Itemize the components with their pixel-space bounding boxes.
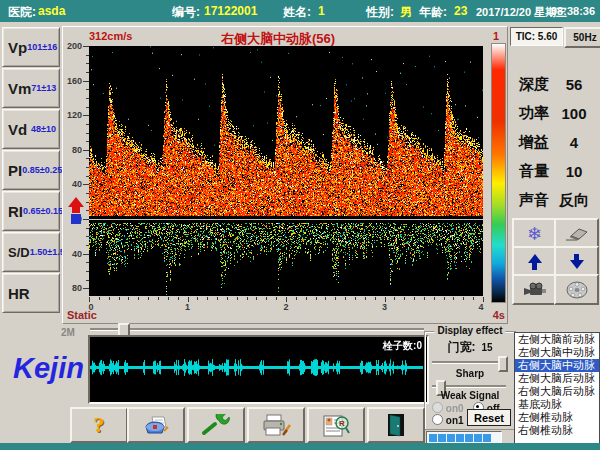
baseline-square-icon xyxy=(71,214,81,224)
help-button[interactable]: ? xyxy=(70,407,128,443)
scroll-up-button[interactable] xyxy=(512,246,557,277)
param-sd[interactable]: S/D 1.50±1.50 xyxy=(2,232,60,272)
emboli-count-label: 栓子数:0 xyxy=(383,339,422,353)
status-label: Static xyxy=(67,309,97,321)
duration-label: 4s xyxy=(493,309,505,321)
artery-item[interactable]: 左侧大脑前动脉 xyxy=(515,333,599,346)
patient-name-label: 姓名: xyxy=(283,4,311,21)
x-tick xyxy=(365,297,366,300)
x-tick xyxy=(266,297,267,300)
radio-on1[interactable]: on1 xyxy=(432,414,464,426)
baseline-arrow-stem xyxy=(72,207,80,213)
progress-segment xyxy=(483,434,491,442)
report-button[interactable]: R xyxy=(307,407,365,443)
x-tick xyxy=(148,297,149,300)
replay-button[interactable] xyxy=(554,274,599,305)
param-sd-label: S/D xyxy=(8,245,30,260)
artery-item[interactable]: 右侧椎动脉 xyxy=(515,424,599,437)
gender-value: 男 xyxy=(400,4,412,21)
radio-on0-icon xyxy=(432,402,443,413)
save-case-icon xyxy=(142,413,170,437)
depth-value: 56 xyxy=(554,76,594,93)
frequency-button[interactable]: 50Hz xyxy=(564,27,600,48)
erase-button[interactable] xyxy=(554,218,599,249)
x-tick xyxy=(128,297,129,300)
display-effect-panel: Display effect 门宽:15 Sharp Weak Signal o… xyxy=(424,331,516,430)
param-vm[interactable]: Vm 71±13 xyxy=(2,68,60,108)
time-text: 08:38:36 xyxy=(551,5,595,17)
artery-item[interactable]: 左侧大脑中动脉 xyxy=(515,346,599,359)
age-label: 年龄: xyxy=(419,4,447,21)
x-axis: 0 1 2 3 4 xyxy=(89,297,483,313)
x-tick xyxy=(276,297,277,300)
x-tick xyxy=(316,297,317,300)
param-ri[interactable]: RI 0.65±0.15 xyxy=(2,191,60,231)
volume-row: 音量 10 xyxy=(508,157,598,185)
progress-segment xyxy=(465,434,473,442)
artery-item-selected[interactable]: 右侧大脑中动脉 xyxy=(515,359,599,372)
gate-width-slider[interactable] xyxy=(432,361,506,364)
x-tick-label: 4 xyxy=(478,302,483,312)
x-tick xyxy=(197,297,198,300)
y-tick-label: 200 xyxy=(62,41,82,51)
artery-item[interactable]: 右侧大脑后动脉 xyxy=(515,385,599,398)
sharp-slider[interactable] xyxy=(432,385,506,388)
x-tick xyxy=(394,297,395,300)
record-button[interactable] xyxy=(512,274,557,305)
param-vp[interactable]: Vp 101±16 xyxy=(2,27,60,67)
doppler-spectrum-display xyxy=(89,46,483,296)
display-effect-title: Display effect xyxy=(434,325,505,336)
gain-value: 4 xyxy=(554,134,594,151)
y-tick-label: 160 xyxy=(62,76,82,86)
weak-signal-label: Weak Signal xyxy=(425,390,515,401)
down-arrow-icon xyxy=(570,254,584,269)
x-tick xyxy=(424,297,425,300)
control-panel: TIC: 5.60 50Hz 深度 56 功率 100 增益 4 音量 10 声… xyxy=(508,26,598,322)
reset-button[interactable]: Reset xyxy=(467,409,511,426)
param-vp-label: Vp xyxy=(8,39,27,56)
param-pi[interactable]: PI 0.85±0.25 xyxy=(2,150,60,190)
artery-listbox: 左侧大脑前动脉 左侧大脑中动脉 右侧大脑中动脉 左侧大脑后动脉 右侧大脑后动脉 … xyxy=(514,332,600,444)
radio-on1-icon xyxy=(432,414,443,425)
param-vd-value: 48±10 xyxy=(31,124,56,134)
param-ri-label: RI xyxy=(8,203,23,220)
tools-button[interactable] xyxy=(187,407,245,443)
gain-row: 增益 4 xyxy=(508,128,598,156)
param-pi-label: PI xyxy=(8,162,22,179)
artery-item[interactable]: 左侧大脑后动脉 xyxy=(515,372,599,385)
artery-item[interactable]: 基底动脉 xyxy=(515,398,599,411)
param-vd[interactable]: Vd 48±10 xyxy=(2,109,60,149)
radio-on0[interactable]: on0 xyxy=(432,402,464,414)
time-scroll-slider[interactable] xyxy=(90,328,424,331)
gender-label: 性别: xyxy=(366,4,394,21)
x-tick xyxy=(237,297,238,300)
x-tick xyxy=(99,297,100,300)
freeze-button[interactable]: ❄ xyxy=(512,218,557,249)
x-tick xyxy=(227,297,228,300)
probe-label: 2M xyxy=(61,327,75,338)
exit-button[interactable] xyxy=(367,407,425,443)
print-button[interactable] xyxy=(247,407,305,443)
hospital-label: 医院: xyxy=(8,4,36,21)
artery-item[interactable]: 左侧椎动脉 xyxy=(515,411,599,424)
gate-width-value: 15 xyxy=(481,342,492,353)
hospital-value: asda xyxy=(38,4,65,18)
param-vp-value: 101±16 xyxy=(27,42,57,52)
printer-icon xyxy=(260,413,292,437)
sharp-label: Sharp xyxy=(425,368,515,379)
x-tick xyxy=(119,297,120,300)
velocity-colorbar xyxy=(491,43,506,303)
svg-text:R: R xyxy=(339,419,345,428)
baseline-marker[interactable] xyxy=(68,197,84,224)
depth-row: 深度 56 xyxy=(508,70,598,98)
report-card-icon: R xyxy=(321,412,351,438)
param-hr[interactable]: HR xyxy=(2,273,60,313)
param-ri-value: 0.65±0.15 xyxy=(23,206,63,216)
x-tick xyxy=(296,297,297,300)
exit-door-icon xyxy=(386,412,406,438)
x-tick xyxy=(434,297,435,300)
save-case-button[interactable] xyxy=(127,407,185,443)
sound-row: 声音 反向 xyxy=(508,186,598,214)
sound-label: 声音 xyxy=(519,191,549,210)
scroll-down-button[interactable] xyxy=(554,246,599,277)
